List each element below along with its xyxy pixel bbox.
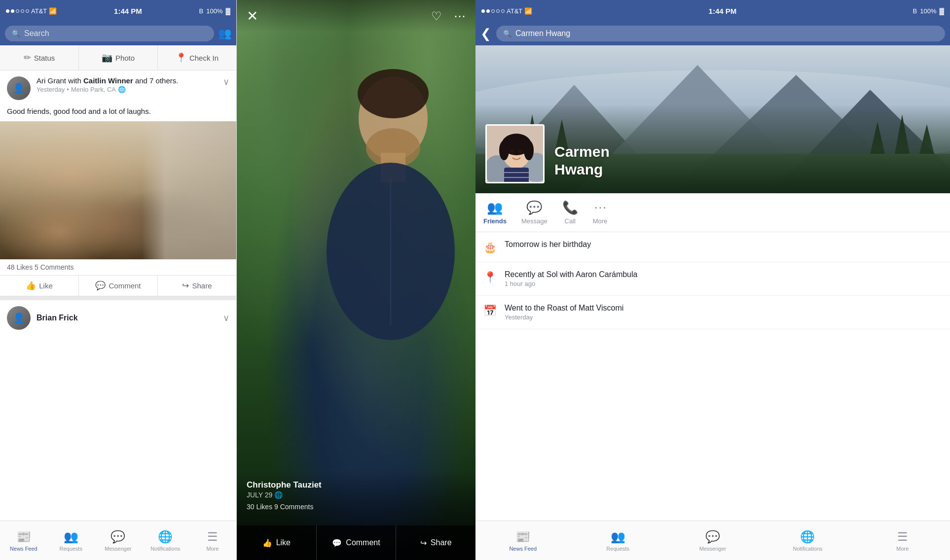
like-button[interactable]: 👍 Like bbox=[0, 276, 79, 296]
profile-battery: 100% bbox=[920, 7, 936, 15]
p-nav-item-notifications[interactable]: 🌐 Notifications bbox=[760, 521, 855, 560]
info-item-birthday: 🎂 Tomorrow is her birthday bbox=[475, 232, 950, 262]
photo-share-button[interactable]: ↪ Share bbox=[396, 525, 475, 560]
next-post-avatar: 👤 bbox=[7, 306, 31, 330]
more-action-label: More bbox=[593, 217, 608, 225]
more-action-button[interactable]: ⋯ More bbox=[593, 200, 608, 225]
p-notifications-label: Notifications bbox=[793, 546, 822, 552]
signal-indicator bbox=[6, 9, 29, 13]
edit-icon: ✏ bbox=[24, 52, 31, 63]
photo-overlay-top: ✕ ♡ ⋯ bbox=[237, 0, 475, 32]
post-header: 👤 Ari Grant with Caitlin Winner and 7 ot… bbox=[0, 70, 236, 106]
p-nav-item-messenger[interactable]: 💬 Messenger bbox=[665, 521, 760, 560]
location-info-group: Recently at Sol with Aaron Carámbula 1 h… bbox=[505, 270, 942, 287]
share-button[interactable]: ↪ Share bbox=[158, 276, 236, 296]
nav-item-notifications[interactable]: 🌐 Notifications bbox=[142, 521, 189, 560]
post-text: Good friends, good food and a lot of lau… bbox=[0, 106, 236, 121]
location-icon: 📍 bbox=[483, 271, 497, 284]
chevron-down-icon[interactable]: ∨ bbox=[223, 76, 229, 87]
svg-point-27 bbox=[499, 140, 509, 160]
profile-search-input[interactable] bbox=[515, 29, 938, 38]
wifi-icon: 📶 bbox=[49, 7, 57, 15]
p-newsfeed-label: News Feed bbox=[509, 546, 537, 552]
post-meta: Ari Grant with Caitlin Winner and 7 othe… bbox=[37, 76, 217, 93]
photo-comment-icon: 💬 bbox=[332, 538, 342, 548]
globe-icon-2: 🌐 bbox=[274, 491, 283, 499]
close-icon[interactable]: ✕ bbox=[247, 8, 258, 24]
nav-item-messenger[interactable]: 💬 Messenger bbox=[95, 521, 142, 560]
photo-comment-label: Comment bbox=[346, 538, 380, 547]
more-options-icon[interactable]: ⋯ bbox=[454, 9, 466, 23]
profile-status-time: 1:44 PM bbox=[709, 7, 737, 15]
event-sub-text: Yesterday bbox=[505, 314, 942, 321]
dot-separator: • bbox=[67, 86, 69, 93]
others-text: and 7 others. bbox=[135, 76, 179, 85]
nav-item-requests[interactable]: 👥 Requests bbox=[47, 521, 95, 560]
photo-likes-comments: 30 Likes 9 Comments bbox=[247, 503, 466, 511]
like-label: Like bbox=[39, 281, 53, 290]
notifications-label: Notifications bbox=[150, 546, 180, 552]
next-avatar-img: 👤 bbox=[7, 306, 31, 330]
profile-wifi-icon: 📶 bbox=[524, 7, 532, 15]
search-input[interactable] bbox=[24, 29, 207, 38]
avatar: 👤 bbox=[7, 76, 31, 100]
photo-like-label: Like bbox=[276, 538, 291, 547]
profile-search-container[interactable]: 🔍 bbox=[496, 26, 945, 41]
svg-point-28 bbox=[511, 149, 514, 153]
search-container[interactable]: 🔍 bbox=[5, 26, 214, 41]
signal-dot-5 bbox=[26, 9, 29, 13]
photo-top-right: ♡ ⋯ bbox=[431, 9, 466, 23]
p-nav-item-more[interactable]: ☰ More bbox=[855, 521, 950, 560]
comment-button[interactable]: 💬 Comment bbox=[79, 276, 158, 296]
location-sub-text: 1 hour ago bbox=[505, 280, 942, 287]
photo-author-name: Christophe Tauziet bbox=[247, 480, 466, 490]
next-post-chevron-icon[interactable]: ∨ bbox=[223, 313, 229, 323]
heart-icon[interactable]: ♡ bbox=[431, 9, 442, 23]
more-action-icon: ⋯ bbox=[594, 200, 607, 215]
newsfeed-icon: 📰 bbox=[16, 530, 31, 544]
profile-name-line2: Hwang bbox=[554, 161, 610, 178]
checkin-label: Check In bbox=[189, 54, 219, 62]
profile-panel: AT&T 📶 1:44 PM B 100% ▓ ❮ 🔍 bbox=[475, 0, 950, 560]
bottom-nav-1: 📰 News Feed 👥 Requests 💬 Messenger 🌐 Not… bbox=[0, 521, 236, 560]
birthday-icon: 🎂 bbox=[483, 241, 497, 254]
friends-icon[interactable]: 👥 bbox=[218, 27, 231, 40]
pin-icon: 📍 bbox=[176, 52, 186, 63]
friends-action-button[interactable]: 👥 Friends bbox=[483, 200, 507, 225]
photo-like-button[interactable]: 👍 Like bbox=[237, 525, 317, 560]
p-signal-dot-2 bbox=[486, 9, 490, 13]
battery-icon: ▓ bbox=[226, 7, 230, 15]
profile-name: Carmen Hwang bbox=[554, 143, 610, 178]
checkin-button[interactable]: 📍 Check In bbox=[158, 45, 236, 70]
nav-item-newsfeed[interactable]: 📰 News Feed bbox=[0, 521, 47, 560]
post-stats: 48 Likes 5 Comments bbox=[0, 259, 236, 276]
profile-status-right: B 100% ▓ bbox=[913, 7, 944, 15]
carrier-label: AT&T bbox=[31, 7, 47, 15]
p-nav-item-requests[interactable]: 👥 Requests bbox=[570, 521, 665, 560]
status-button[interactable]: ✏ Status bbox=[0, 45, 79, 70]
calendar-icon: 📅 bbox=[483, 305, 497, 317]
photo-comment-button[interactable]: 💬 Comment bbox=[317, 525, 397, 560]
signal-dot-4 bbox=[21, 9, 24, 13]
photo-date: JULY 29 🌐 bbox=[247, 491, 466, 499]
share-icon: ↪ bbox=[182, 280, 189, 291]
status-bar-time: 1:44 PM bbox=[114, 7, 142, 15]
photo-button[interactable]: 📷 Photo bbox=[79, 45, 158, 70]
tagged-name: Caitlin Winner bbox=[83, 76, 133, 85]
back-button[interactable]: ❮ bbox=[480, 26, 491, 41]
profile-name-line1: Carmen bbox=[554, 143, 610, 161]
info-item-event: 📅 Went to the Roast of Matt Viscomi Yest… bbox=[475, 296, 950, 329]
battery-label: 100% bbox=[206, 7, 222, 15]
call-action-button[interactable]: 📞 Call bbox=[562, 200, 578, 225]
p-nav-item-newsfeed[interactable]: 📰 News Feed bbox=[475, 521, 570, 560]
call-action-icon: 📞 bbox=[562, 200, 578, 215]
thumbs-up-icon: 👍 bbox=[26, 280, 36, 291]
p-messenger-icon: 💬 bbox=[705, 530, 720, 544]
message-action-button[interactable]: 💬 Message bbox=[521, 200, 548, 225]
post-image[interactable] bbox=[0, 121, 236, 259]
status-bar-3: AT&T 📶 1:44 PM B 100% ▓ bbox=[475, 0, 950, 22]
nav-item-more[interactable]: ☰ More bbox=[189, 521, 236, 560]
next-post-preview: 👤 Brian Frick ∨ bbox=[0, 300, 236, 336]
p-newsfeed-icon: 📰 bbox=[515, 530, 530, 544]
signal-dot-1 bbox=[6, 9, 9, 13]
